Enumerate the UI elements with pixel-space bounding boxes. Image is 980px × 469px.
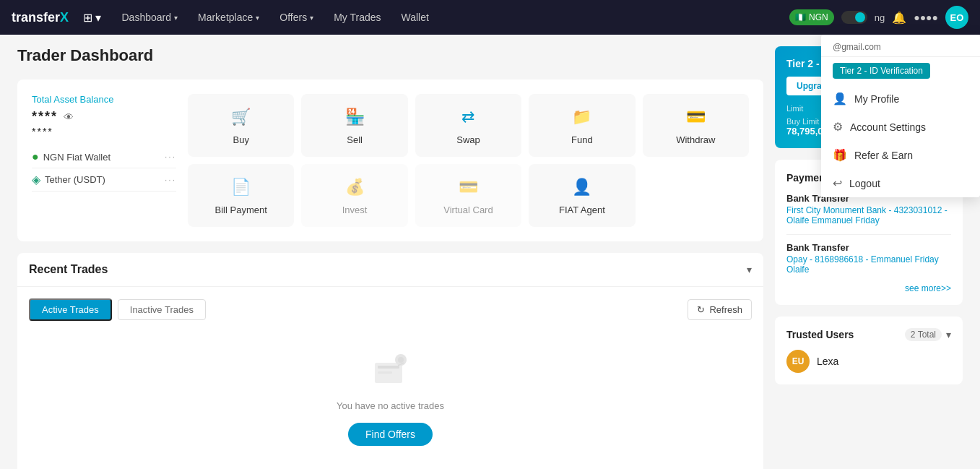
refresh-icon: ↻ <box>697 304 705 315</box>
avatar[interactable]: EO <box>945 6 968 29</box>
currency-flag: 🇳🇬 <box>795 12 806 22</box>
nav-wallet[interactable]: Wallet <box>393 6 438 29</box>
dropdown-account-settings[interactable]: ⚙ Account Settings <box>821 113 980 141</box>
nav-offers[interactable]: Offers ▾ <box>271 6 322 29</box>
empty-trades-message: You have no active trades <box>337 400 444 411</box>
virtual-card-icon: 💳 <box>456 176 480 199</box>
currency-badge[interactable]: 🇳🇬 NGN <box>789 9 834 25</box>
tier-badge-label: Tier 2 - ID Verification <box>833 63 930 79</box>
grid-icon[interactable]: ⊞ ▾ <box>83 11 101 25</box>
chevron-down-icon: ▾ <box>310 14 313 22</box>
chevron-down-icon: ▾ <box>256 14 259 22</box>
page-title: Trader Dashboard <box>17 46 763 65</box>
notification-bell-icon[interactable]: 🔔 <box>892 11 906 25</box>
fiat-agent-icon: 👤 <box>571 176 594 199</box>
usdt-wallet-row[interactable]: ◈ Tether (USDT) ··· <box>32 168 176 192</box>
bill-payment-button[interactable]: 📄 Bill Payment <box>188 164 294 227</box>
nav-right: 🇳🇬 NGN ng 🔔 ●●●● EO <box>789 6 968 29</box>
dropdown-logout[interactable]: ↩ Logout <box>821 169 980 197</box>
recent-trades-card: Recent Trades ▾ Active Trades Inactive T… <box>17 253 763 469</box>
buy-button[interactable]: 🛒 Buy <box>188 94 294 157</box>
nav-dashboard[interactable]: Dashboard ▾ <box>113 6 187 29</box>
nav-marketplace[interactable]: Marketplace ▾ <box>189 6 268 29</box>
svg-rect-2 <box>378 371 392 374</box>
balance-label: Total Asset Balance <box>32 94 176 105</box>
svg-rect-1 <box>378 366 399 369</box>
trusted-user-avatar: EU <box>786 350 810 373</box>
balance-masked: **** <box>32 109 58 124</box>
buy-icon: 🛒 <box>230 106 253 129</box>
logo[interactable]: transferX <box>12 10 69 25</box>
logo-text: transferX <box>12 10 69 25</box>
ngn-wallet-row[interactable]: ● NGN Fiat Wallet ··· <box>32 146 176 168</box>
wallet-usdt-dots-icon: ··· <box>165 175 176 185</box>
dropdown-email: @gmail.com <box>821 35 980 57</box>
left-column: Trader Dashboard Total Asset Balance ***… <box>17 46 763 469</box>
chevron-down-icon: ▾ <box>174 14 178 22</box>
trusted-users-section: Trusted Users 2 Total ▾ EU Lexa <box>775 317 963 384</box>
refresh-button[interactable]: ↻ Refresh <box>688 299 752 320</box>
recent-trades-see-more[interactable]: see more >> <box>17 465 763 469</box>
trades-tabs: Active Trades Inactive Trades ↻ Refresh <box>29 298 752 321</box>
inactive-trades-tab[interactable]: Inactive Trades <box>118 299 206 320</box>
usdt-indicator-icon: ◈ <box>32 173 40 186</box>
trusted-users-chevron-icon[interactable]: ▾ <box>946 329 951 340</box>
recent-trades-body: Active Trades Inactive Trades ↻ Refresh <box>17 287 763 465</box>
bill-icon: 📄 <box>230 176 253 199</box>
dashboard-inner: Total Asset Balance **** 👁 **** ● NGN Fi… <box>32 94 749 227</box>
swap-button[interactable]: ⇄ Swap <box>415 94 521 157</box>
recent-trades-header: Recent Trades ▾ <box>17 253 763 287</box>
fiat-agent-button[interactable]: 👤 FIAT Agent <box>529 164 635 227</box>
payment-see-more[interactable]: see more>> <box>786 283 951 293</box>
user-dropdown: @gmail.com Tier 2 - ID Verification 👤 My… <box>821 35 980 197</box>
active-trades-tab[interactable]: Active Trades <box>29 298 112 321</box>
recent-trades-title: Recent Trades <box>29 263 108 276</box>
sell-button[interactable]: 🏪 Sell <box>301 94 407 157</box>
tier-badge: Tier 2 - ID Verification <box>821 57 980 85</box>
dropdown-refer-earn[interactable]: 🎁 Refer & Earn <box>821 141 980 169</box>
recent-trades-chevron-icon[interactable]: ▾ <box>747 264 752 275</box>
dropdown-my-profile[interactable]: 👤 My Profile <box>821 85 980 113</box>
trusted-total-badge: 2 Total <box>905 328 942 341</box>
nav-dots-icon[interactable]: ●●●● <box>914 12 938 23</box>
invest-icon: 💰 <box>343 176 366 199</box>
nav-links: Dashboard ▾ Marketplace ▾ Offers ▾ My Tr… <box>113 6 790 29</box>
virtual-card-button[interactable]: 💳 Virtual Card <box>415 164 521 227</box>
trusted-user-name: Lexa <box>817 356 838 367</box>
region-label: ng <box>875 12 885 23</box>
eye-icon[interactable]: 👁 <box>64 111 74 123</box>
balance-value-row: **** 👁 <box>32 109 176 124</box>
payment-type-2: Bank Transfer <box>786 242 951 253</box>
empty-trades-state: You have no active trades Find Offers <box>29 335 752 453</box>
payment-item-1: Bank Transfer First City Monument Bank -… <box>786 193 951 225</box>
gift-icon: 🎁 <box>833 148 847 162</box>
actions-grid: 🛒 Buy 🏪 Sell ⇄ Swap 📁 <box>188 94 749 227</box>
ngn-indicator-icon: ● <box>32 150 39 163</box>
wallet-list: ● NGN Fiat Wallet ··· ◈ Tether (USDT) ··… <box>32 146 176 192</box>
swap-icon: ⇄ <box>456 106 480 129</box>
balance-sub: **** <box>32 126 176 137</box>
trusted-users-title: Trusted Users <box>786 329 854 340</box>
payment-divider <box>786 234 951 235</box>
find-offers-button[interactable]: Find Offers <box>348 423 433 446</box>
dashboard-card: Total Asset Balance **** 👁 **** ● NGN Fi… <box>17 79 763 241</box>
invest-button[interactable]: 💰 Invest <box>301 164 407 227</box>
person-icon: 👤 <box>833 92 847 106</box>
payment-detail-1: First City Monument Bank - 4323031012 - … <box>786 205 951 225</box>
balance-section: Total Asset Balance **** 👁 **** ● NGN Fi… <box>32 94 176 227</box>
svg-point-4 <box>398 357 404 363</box>
theme-toggle[interactable] <box>841 11 867 24</box>
withdraw-icon: 💳 <box>684 106 707 129</box>
logout-icon: ↩ <box>833 176 842 190</box>
gear-icon: ⚙ <box>833 120 843 134</box>
navbar: transferX ⊞ ▾ Dashboard ▾ Marketplace ▾ … <box>0 0 980 35</box>
withdraw-button[interactable]: 💳 Withdraw <box>643 94 749 157</box>
wallet-ngn-dots-icon: ··· <box>165 152 176 162</box>
payment-detail-2: Opay - 8168986618 - Emmanuel Friday Olai… <box>786 254 951 275</box>
fund-icon: 📁 <box>571 106 594 129</box>
fund-button[interactable]: 📁 Fund <box>529 94 635 157</box>
nav-my-trades[interactable]: My Trades <box>325 6 389 29</box>
empty-trades-illustration <box>369 350 412 393</box>
payment-item-2: Bank Transfer Opay - 8168986618 - Emmanu… <box>786 242 951 275</box>
sell-icon: 🏪 <box>343 106 366 129</box>
